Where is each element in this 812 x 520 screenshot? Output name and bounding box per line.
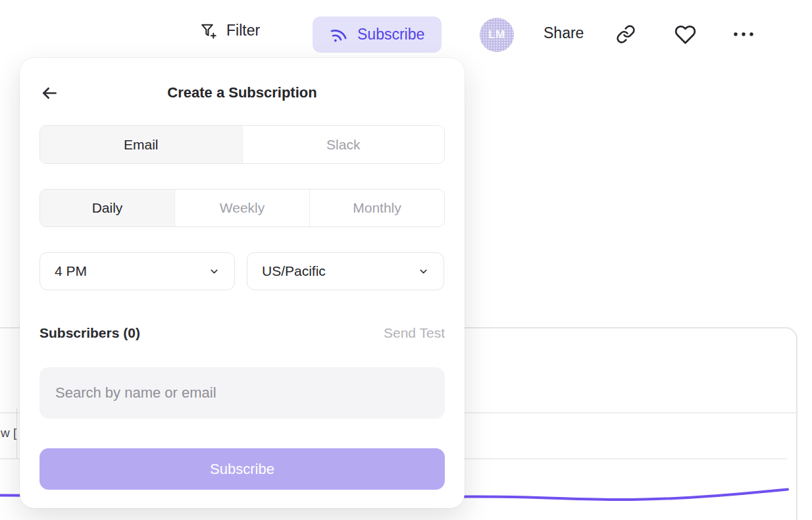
tab-slack[interactable]: Slack [242,126,445,163]
subscriber-search-input[interactable] [39,367,445,419]
share-label: Share [544,24,584,42]
filter-label: Filter [226,22,260,39]
subscribe-submit-button[interactable]: Subscribe [39,448,445,490]
share-button[interactable]: Share [544,24,584,42]
timezone-select[interactable]: US/Pacific [247,252,444,290]
subscribers-count-label: Subscribers (0) [39,325,140,341]
clipped-background-text: w [ [1,426,16,440]
subscribers-row: Subscribers (0) Send Test [39,325,445,341]
subscribe-label: Subscribe [357,26,424,43]
timezone-select-value: US/Pacific [262,263,326,279]
dialog-title: Create a Subscription [20,84,465,101]
tab-daily[interactable]: Daily [40,190,174,226]
tab-weekly[interactable]: Weekly [174,190,309,226]
copy-link-button[interactable] [616,24,636,44]
send-test-button[interactable]: Send Test [384,325,445,341]
time-select[interactable]: 4 PM [39,252,235,290]
ellipsis-icon [732,30,755,38]
more-options-button[interactable] [732,30,755,38]
link-icon [616,24,636,44]
tab-email[interactable]: Email [40,126,242,163]
filter-button[interactable]: Filter [199,22,260,39]
favorite-button[interactable] [674,24,696,45]
chevron-down-icon [209,266,220,277]
rss-icon [327,23,349,45]
tab-monthly[interactable]: Monthly [309,190,444,226]
subscribe-toolbar-button[interactable]: Subscribe [313,16,442,53]
create-subscription-dialog: Create a Subscription Email Slack Daily … [20,58,465,508]
time-select-value: 4 PM [55,263,87,279]
heart-icon [674,24,696,45]
channel-tab-group: Email Slack [39,125,445,164]
avatar[interactable]: LM [480,18,514,52]
chevron-down-icon [418,266,429,277]
subscriber-search [39,367,445,419]
frequency-tab-group: Daily Weekly Monthly [39,189,445,227]
filter-plus-icon [199,22,217,39]
avatar-initials: LM [488,28,505,41]
